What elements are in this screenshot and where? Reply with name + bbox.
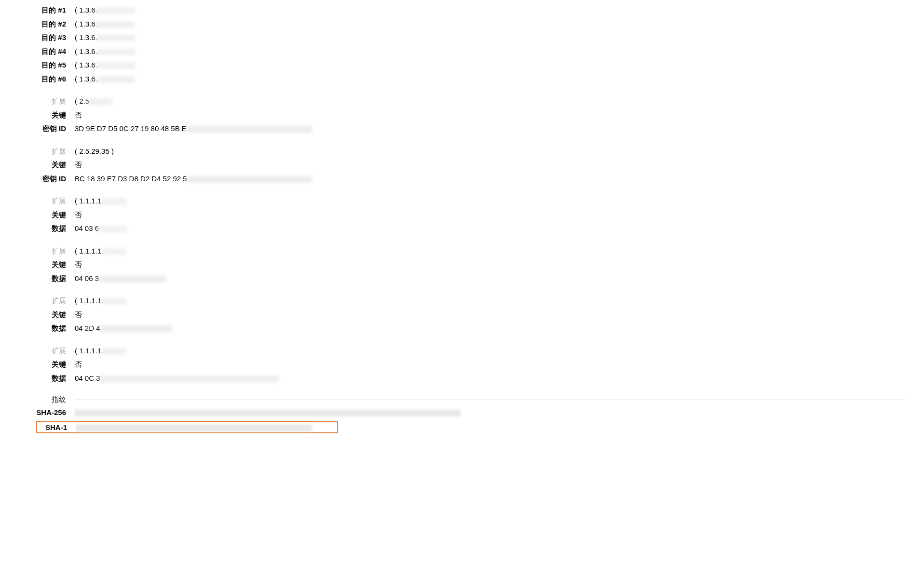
data-label: 数据 (0, 373, 75, 384)
purpose-label: 目的 #4 (0, 46, 75, 57)
critical-label: 关键 (0, 160, 75, 171)
extension-row: 扩展 ( 1.1.1.1. (0, 196, 924, 207)
critical-label: 关键 (0, 359, 75, 370)
critical-row: 关键 否 (0, 160, 924, 171)
critical-value: 否 (75, 359, 924, 370)
purpose-row-3: 目的 #3 ( 1.3.6. (0, 32, 924, 43)
critical-value: 否 (75, 160, 924, 171)
extension-row: 扩展 ( 2.5 (0, 96, 924, 107)
fingerprint-label: 指纹 (0, 395, 75, 404)
purpose-row-6: 目的 #6 ( 1.3.6. (0, 74, 924, 85)
extension-row: 扩展 ( 1.1.1.1. (0, 295, 924, 307)
critical-row: 关键 否 (0, 210, 924, 221)
purpose-row-4: 目的 #4 ( 1.3.6. (0, 46, 924, 57)
data-label: 数据 (0, 323, 75, 334)
critical-row: 关键 否 (0, 309, 924, 321)
critical-label: 关键 (0, 259, 75, 270)
certificate-details: 目的 #1 ( 1.3.6. 目的 #2 ( 1.3.6. 目的 #3 ( 1.… (0, 5, 924, 433)
data-value: 04 03 6 (75, 223, 924, 234)
critical-value: 否 (75, 309, 924, 321)
keyid-row: 密钥 ID BC 18 39 E7 D3 D8 D2 D4 52 92 5 (0, 174, 924, 185)
extension-value: ( 1.1.1.1. (75, 295, 924, 307)
extension-value: ( 1.1.1.1. (75, 196, 924, 207)
extension-row: 扩展 ( 1.1.1.1. (0, 346, 924, 357)
fingerprint-header: 指纹 (0, 395, 924, 404)
extension-label: 扩展 (0, 196, 75, 207)
purpose-value: ( 1.3.6. (75, 60, 924, 71)
extension-value: ( 2.5 (75, 96, 924, 107)
keyid-label: 密钥 ID (0, 174, 75, 185)
sha1-value (76, 423, 337, 431)
sha256-value (75, 407, 924, 418)
data-value: 04 2D 4 (75, 323, 924, 334)
purpose-row-5: 目的 #5 ( 1.3.6. (0, 60, 924, 71)
data-row: 数据 04 0C 3 (0, 373, 924, 384)
data-row: 数据 04 2D 4 (0, 323, 924, 334)
extension-row: 扩展 ( 2.5.29.35 ) (0, 146, 924, 157)
critical-value: 否 (75, 110, 924, 121)
sha1-label: SHA-1 (37, 423, 76, 431)
purpose-row-1: 目的 #1 ( 1.3.6. (0, 5, 924, 16)
extension-label: 扩展 (0, 96, 75, 107)
extension-label: 扩展 (0, 246, 75, 257)
data-value: 04 0C 3 (75, 373, 924, 384)
divider-line (75, 400, 905, 400)
purpose-label: 目的 #1 (0, 5, 75, 16)
purpose-value: ( 1.3.6. (75, 32, 924, 43)
extension-value: ( 2.5.29.35 ) (75, 146, 924, 157)
extension-value: ( 1.1.1.1. (75, 346, 924, 357)
data-value: 04 06 3 (75, 273, 924, 284)
purpose-value: ( 1.3.6. (75, 5, 924, 16)
sha256-label: SHA-256 (0, 407, 75, 418)
purpose-value: ( 1.3.6. (75, 46, 924, 57)
keyid-value: BC 18 39 E7 D3 D8 D2 D4 52 92 5 (75, 174, 924, 185)
critical-value: 否 (75, 210, 924, 221)
extension-label: 扩展 (0, 295, 75, 307)
critical-row: 关键 否 (0, 359, 924, 370)
purpose-row-2: 目的 #2 ( 1.3.6. (0, 19, 924, 30)
critical-label: 关键 (0, 210, 75, 221)
data-label: 数据 (0, 273, 75, 284)
purpose-label: 目的 #2 (0, 19, 75, 30)
purpose-value: ( 1.3.6. (75, 19, 924, 30)
data-label: 数据 (0, 223, 75, 234)
extension-label: 扩展 (0, 346, 75, 357)
purpose-label: 目的 #3 (0, 32, 75, 43)
keyid-row: 密钥 ID 3D 9E D7 D5 0C 27 19 80 48 5B E (0, 123, 924, 134)
purpose-label: 目的 #5 (0, 60, 75, 71)
sha256-row: SHA-256 (0, 407, 924, 418)
purpose-label: 目的 #6 (0, 74, 75, 85)
sha1-highlight-box: SHA-1 (36, 421, 338, 433)
critical-row: 关键 否 (0, 110, 924, 121)
extension-label: 扩展 (0, 146, 75, 157)
keyid-value: 3D 9E D7 D5 0C 27 19 80 48 5B E (75, 123, 924, 134)
critical-row: 关键 否 (0, 259, 924, 270)
critical-label: 关键 (0, 309, 75, 321)
data-row: 数据 04 06 3 (0, 273, 924, 284)
keyid-label: 密钥 ID (0, 123, 75, 134)
extension-row: 扩展 ( 1.1.1.1. (0, 246, 924, 257)
extension-value: ( 1.1.1.1. (75, 246, 924, 257)
purpose-value: ( 1.3.6. (75, 74, 924, 85)
data-row: 数据 04 03 6 (0, 223, 924, 234)
critical-value: 否 (75, 259, 924, 270)
critical-label: 关键 (0, 110, 75, 121)
